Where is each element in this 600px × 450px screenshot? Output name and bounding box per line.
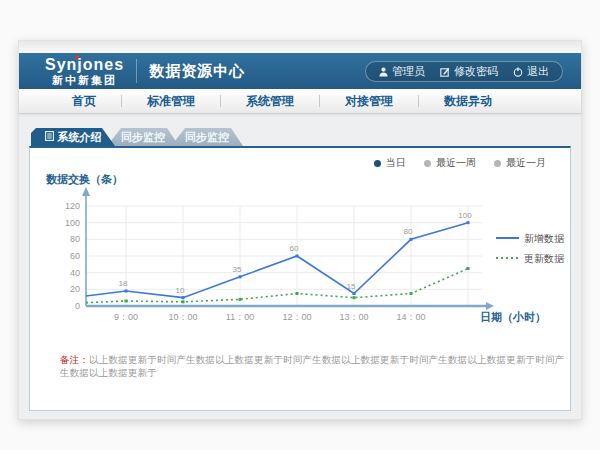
svg-text:20: 20 (70, 284, 80, 294)
nav-item-interface-mgmt[interactable]: 对接管理 (320, 93, 418, 110)
chart-y-axis-title: 数据交换（条） (46, 172, 123, 187)
logo-secondary-text: 新中新集团 (45, 75, 124, 86)
svg-text:新增数据: 新增数据 (524, 233, 565, 244)
svg-text:10: 10 (176, 286, 185, 295)
svg-text:120: 120 (65, 201, 80, 211)
user-menu-admin-label: 管理员 (392, 64, 425, 79)
tab-sync-monitor-2[interactable]: 同步监控 (171, 128, 243, 146)
svg-text:40: 40 (70, 268, 80, 278)
user-menu-admin[interactable]: 管理员 (379, 64, 425, 79)
svg-text:80: 80 (70, 234, 80, 244)
nav-item-home[interactable]: 首页 (47, 93, 121, 110)
radio-icon (494, 160, 501, 167)
svg-text:60: 60 (70, 251, 80, 261)
svg-text:15: 15 (347, 282, 356, 291)
nav-item-standard-mgmt[interactable]: 标准管理 (122, 93, 220, 110)
svg-text:100: 100 (65, 218, 80, 228)
svg-text:11：00: 11：00 (226, 312, 254, 322)
time-range-selector: 当日 最近一周 最近一月 (374, 156, 546, 170)
svg-text:35: 35 (233, 265, 242, 274)
svg-text:10：00: 10：00 (168, 312, 197, 322)
radio-last-week-label: 最近一周 (436, 156, 476, 170)
radio-last-month[interactable]: 最近一月 (494, 156, 546, 170)
radio-today-label: 当日 (386, 156, 406, 170)
header-divider (136, 59, 137, 83)
user-menu-logout-label: 退出 (527, 64, 549, 79)
svg-text:18: 18 (119, 279, 128, 288)
logout-icon (513, 67, 523, 77)
svg-text:0: 0 (75, 301, 80, 311)
main-nav: 首页 标准管理 系统管理 对接管理 数据异动 (19, 89, 581, 114)
radio-icon (374, 160, 381, 167)
logo-primary-text: Synjones (45, 57, 124, 73)
nav-item-data-change[interactable]: 数据异动 (419, 93, 517, 110)
app-window: Synjones 新中新集团 数据资源中心 管理员 修改密码 (18, 40, 582, 420)
svg-text:60: 60 (290, 244, 299, 253)
svg-text:14：00: 14：00 (396, 312, 425, 322)
user-menu-change-password-label: 修改密码 (454, 64, 498, 79)
user-menu-change-password[interactable]: 修改密码 (440, 64, 498, 79)
line-chart: 0204060801001209：0010：0011：0012：0013：001… (30, 186, 572, 341)
tab-sync-monitor-2-label: 同步监控 (185, 130, 229, 145)
svg-text:12：00: 12：00 (282, 312, 311, 322)
tab-sync-monitor-1[interactable]: 同步监控 (107, 128, 179, 146)
content-area: 系统介绍 同步监控 同步监控 当日 最近一周 (19, 114, 581, 411)
svg-text:13：00: 13：00 (339, 312, 368, 322)
window-top-strip (19, 41, 581, 53)
header: Synjones 新中新集团 数据资源中心 管理员 修改密码 (19, 53, 581, 89)
logo-red-dot (75, 55, 79, 59)
radio-last-month-label: 最近一月 (506, 156, 546, 170)
page-title: 数据资源中心 (149, 62, 245, 81)
svg-text:日期（小时）: 日期（小时） (480, 311, 546, 324)
document-icon (45, 131, 54, 143)
footer-note: 备注：以上数据更新于时间产生数据以上数据更新于时间产生数据以上数据更新于时间产生… (60, 354, 565, 380)
footer-note-text: 以上数据更新于时间产生数据以上数据更新于时间产生数据以上数据更新于时间产生数据以… (60, 354, 564, 378)
edit-icon (440, 67, 450, 77)
user-icon (379, 67, 388, 77)
tabs-row: 系统介绍 同步监控 同步监控 (31, 128, 571, 146)
svg-text:80: 80 (404, 227, 413, 236)
user-menu-logout[interactable]: 退出 (513, 64, 549, 79)
tab-system-intro-label: 系统介绍 (58, 130, 102, 145)
chart-panel: 当日 最近一周 最近一月 数据交换（条） 0204060801001209：00… (29, 146, 571, 411)
svg-text:9：00: 9：00 (114, 312, 138, 322)
radio-icon (424, 160, 431, 167)
user-menu: 管理员 修改密码 退出 (365, 61, 563, 82)
svg-text:100: 100 (458, 211, 472, 220)
footer-note-label: 备注： (60, 354, 89, 365)
svg-text:更新数据: 更新数据 (524, 253, 565, 264)
radio-today[interactable]: 当日 (374, 156, 406, 170)
tab-sync-monitor-1-label: 同步监控 (121, 130, 165, 145)
logo: Synjones 新中新集团 (45, 57, 124, 86)
nav-item-system-mgmt[interactable]: 系统管理 (221, 93, 319, 110)
radio-last-week[interactable]: 最近一周 (424, 156, 476, 170)
tab-system-intro[interactable]: 系统介绍 (31, 128, 115, 146)
